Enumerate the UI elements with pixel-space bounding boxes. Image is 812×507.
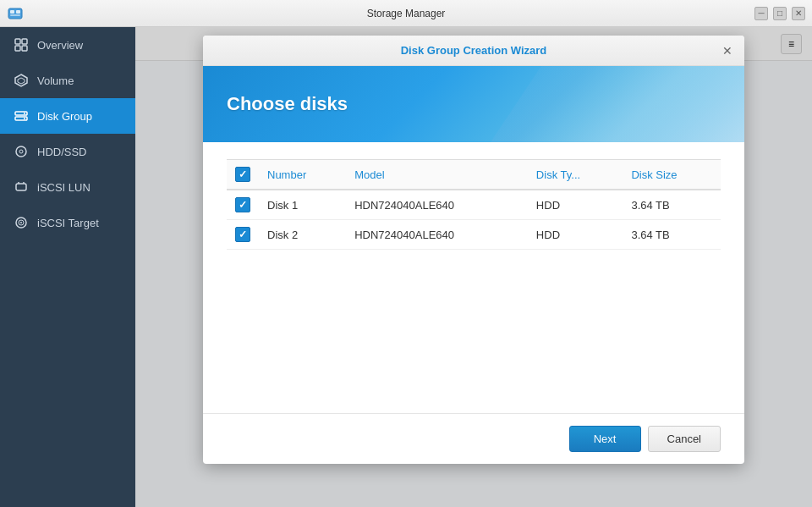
main-content: ≡ Disk Group Creation Wizard ✕ Choose di…: [135, 27, 812, 507]
column-model: Model: [346, 160, 528, 190]
svg-rect-2: [16, 10, 20, 14]
row-model: HDN724040ALE640: [346, 220, 528, 250]
column-check: [227, 160, 259, 190]
overview-icon: [14, 37, 29, 52]
svg-rect-6: [15, 46, 20, 51]
cancel-button[interactable]: Cancel: [648, 426, 721, 452]
svg-point-13: [24, 118, 25, 119]
svg-rect-3: [10, 14, 20, 16]
sidebar-label-hdd-ssd: HDD/SSD: [37, 146, 87, 158]
row-disk-type: HDD: [528, 190, 623, 220]
hdd-ssd-icon: [14, 144, 29, 159]
minimize-button[interactable]: ─: [754, 7, 768, 20]
svg-rect-5: [22, 39, 27, 44]
sidebar-label-iscsi-lun: iSCSI LUN: [37, 181, 91, 194]
restore-button[interactable]: □: [773, 7, 787, 20]
sidebar-item-overview[interactable]: Overview: [0, 27, 135, 63]
svg-point-21: [20, 222, 22, 223]
svg-rect-16: [16, 184, 26, 190]
disk-table: Number Model Disk Ty... Disk Size Disk 1…: [227, 159, 721, 250]
title-bar: Storage Manager ─ □ ✕: [0, 0, 812, 27]
next-button[interactable]: Next: [569, 426, 641, 452]
svg-point-12: [24, 113, 25, 114]
disk-2-checkbox[interactable]: [235, 227, 250, 242]
dialog-banner-heading: Choose disks: [227, 93, 348, 115]
sidebar-label-overview: Overview: [37, 39, 83, 52]
svg-rect-7: [22, 46, 27, 51]
table-container: Number Model Disk Ty... Disk Size Disk 1…: [227, 159, 721, 250]
row-disk-type: HDD: [528, 220, 623, 250]
select-all-checkbox[interactable]: [235, 167, 250, 182]
svg-marker-8: [15, 74, 27, 86]
svg-rect-0: [8, 8, 22, 19]
dialog-body: Number Model Disk Ty... Disk Size Disk 1…: [203, 142, 744, 396]
row-checkbox-cell: [227, 220, 259, 250]
svg-marker-9: [18, 78, 25, 84]
row-model: HDN724040ALE640: [346, 190, 528, 220]
table-header-row: Number Model Disk Ty... Disk Size: [227, 160, 721, 190]
dialog-disk-group-wizard: Disk Group Creation Wizard ✕ Choose disk…: [203, 36, 744, 464]
table-row: Disk 1HDN724040ALE640HDD3.64 TB: [227, 190, 721, 220]
iscsi-target-icon: [14, 215, 29, 230]
row-disk-size: 3.64 TB: [623, 220, 721, 250]
app-layout: Overview Volume Disk Group: [0, 27, 812, 507]
window-controls: ─ □ ✕: [754, 7, 805, 20]
modal-overlay: Disk Group Creation Wizard ✕ Choose disk…: [135, 27, 812, 507]
iscsi-lun-icon: [14, 179, 29, 195]
row-number: Disk 1: [259, 190, 346, 220]
column-number: Number: [259, 160, 346, 190]
disk-group-icon: [14, 108, 29, 124]
svg-rect-4: [15, 39, 20, 44]
volume-icon: [14, 73, 29, 88]
sidebar-item-hdd-ssd[interactable]: HDD/SSD: [0, 134, 135, 169]
sidebar: Overview Volume Disk Group: [0, 27, 135, 507]
svg-rect-1: [10, 10, 14, 14]
disk-table-body: Disk 1HDN724040ALE640HDD3.64 TBDisk 2HDN…: [227, 190, 721, 250]
dialog-banner: Choose disks: [203, 66, 744, 142]
row-disk-size: 3.64 TB: [623, 190, 721, 220]
svg-point-14: [16, 146, 26, 157]
column-disk-type: Disk Ty...: [528, 160, 623, 190]
sidebar-item-volume[interactable]: Volume: [0, 63, 135, 98]
sidebar-item-iscsi-target[interactable]: iSCSI Target: [0, 205, 135, 240]
dialog-title: Disk Group Creation Wizard: [401, 44, 547, 57]
dialog-footer: Next Cancel: [203, 413, 744, 464]
sidebar-item-disk-group[interactable]: Disk Group: [0, 98, 135, 134]
row-checkbox-cell: [227, 190, 259, 220]
disk-1-checkbox[interactable]: [235, 197, 250, 212]
sidebar-label-iscsi-target: iSCSI Target: [37, 217, 99, 229]
close-button[interactable]: ✕: [792, 7, 805, 20]
svg-point-15: [19, 150, 23, 153]
dialog-titlebar: Disk Group Creation Wizard ✕: [203, 36, 744, 66]
app-icon: [7, 5, 24, 22]
row-number: Disk 2: [259, 220, 346, 250]
sidebar-label-disk-group: Disk Group: [37, 110, 92, 123]
table-row: Disk 2HDN724040ALE640HDD3.64 TB: [227, 220, 721, 250]
window-title: Storage Manager: [367, 8, 446, 19]
column-disk-size: Disk Size: [623, 160, 721, 190]
dialog-close-button[interactable]: ✕: [719, 42, 736, 59]
sidebar-label-volume: Volume: [37, 74, 74, 87]
sidebar-item-iscsi-lun[interactable]: iSCSI LUN: [0, 169, 135, 205]
